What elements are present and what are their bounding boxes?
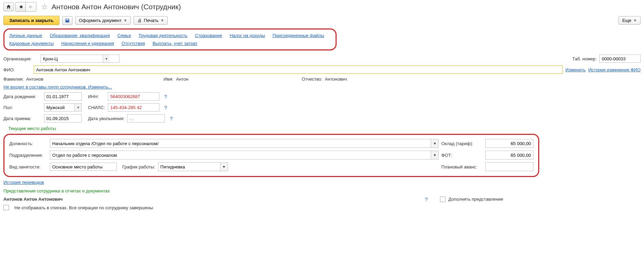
schedule-picker-button[interactable]: ▾ <box>220 163 228 171</box>
fio-row: ФИО: Изменить История изменения ФИО <box>3 64 641 75</box>
name-parts-row: Фамилия: Антонов Имя: Антон Отчество: Ан… <box>3 75 641 83</box>
inn-help-icon[interactable]: ? <box>164 94 167 99</box>
hide-lists-checkbox[interactable] <box>3 205 9 210</box>
schedule-label: График работы: <box>122 164 155 169</box>
more-label: Еще <box>622 18 631 23</box>
link-personal[interactable]: Личные данные <box>9 33 42 38</box>
repr-name-row: Антонов Антон Антонович ? Дополнять пред… <box>3 195 641 203</box>
link-absences[interactable]: Отсутствия <box>122 41 145 46</box>
nav-group <box>15 2 36 12</box>
fio-change-link[interactable]: Изменить <box>565 67 586 72</box>
groups-link[interactable]: Не входит в составы групп сотрудников. И… <box>3 84 112 90</box>
org-picker-button[interactable]: ▾ <box>103 55 110 62</box>
print-button[interactable]: 🖨 Печать ▼ <box>134 16 168 25</box>
more-button[interactable]: Еще ▼ <box>619 16 641 25</box>
fio-history-link[interactable]: История изменения ФИО <box>588 67 641 72</box>
position-input[interactable] <box>50 139 431 148</box>
snils-label: СНИЛС: <box>88 105 105 110</box>
surname-label: Фамилия: <box>3 77 24 82</box>
department-label: Подразделение: <box>9 153 47 158</box>
repr-help-icon[interactable]: ? <box>425 196 428 202</box>
inn-label: ИНН: <box>88 94 105 99</box>
gender-select[interactable]: ▾ <box>44 103 82 111</box>
link-tax[interactable]: Налог на доходы <box>230 33 265 38</box>
hire-input[interactable] <box>44 114 82 122</box>
nav-links-panel: Личные данные Образование, квалификация … <box>3 28 337 50</box>
department-field[interactable]: ▾ <box>50 151 439 160</box>
save-button[interactable] <box>62 16 72 25</box>
org-label: Организация: <box>3 56 38 61</box>
printer-icon: 🖨 <box>137 18 142 23</box>
repr-name: Антонов Антон Антонович <box>3 197 63 202</box>
tab-number-label: Таб. номер: <box>572 56 597 61</box>
nav-links-row-1: Личные данные Образование, квалификация … <box>9 33 331 38</box>
employment-input[interactable] <box>50 163 117 171</box>
salary-input[interactable] <box>485 139 533 148</box>
position-picker-button[interactable]: ▾ <box>431 139 438 148</box>
floppy-icon <box>65 18 70 23</box>
tab-number-input[interactable] <box>599 55 641 63</box>
snils-input[interactable] <box>108 103 159 111</box>
back-button[interactable] <box>15 2 26 11</box>
advance-input[interactable] <box>485 162 533 171</box>
hire-row: Дата приема: Дата увольнения: ? <box>3 113 641 124</box>
fire-help-icon[interactable]: ? <box>170 116 172 121</box>
gender-dropdown-button[interactable]: ▾ <box>75 104 81 111</box>
link-labor[interactable]: Трудовая деятельность <box>138 33 187 38</box>
gender-input[interactable] <box>44 104 75 111</box>
link-payments[interactable]: Выплаты, учет затрат <box>152 41 197 46</box>
advance-label: Плановый аванс: <box>441 164 483 169</box>
fot-label: ФОТ: <box>441 153 483 158</box>
position-field[interactable]: ▾ <box>50 139 439 148</box>
home-button[interactable] <box>3 2 14 11</box>
forward-button[interactable] <box>26 2 36 11</box>
middlename-value: Антонович <box>325 77 347 82</box>
birth-input[interactable] <box>44 92 82 101</box>
top-toolbar: ☆ Антонов Антон Антонович (Сотрудник) <box>3 0 641 14</box>
position-label: Должность: <box>9 141 47 146</box>
fire-input[interactable] <box>127 114 165 122</box>
link-education[interactable]: Образование, квалификация <box>50 33 110 38</box>
job-section-title: Текущее место работы <box>3 124 641 132</box>
surname-value: Антонов <box>26 77 43 82</box>
link-hr-docs[interactable]: Кадровые документы <box>9 41 54 46</box>
save-close-button[interactable]: Записать и закрыть <box>3 16 59 25</box>
favorite-star-icon[interactable]: ☆ <box>41 2 48 11</box>
org-input[interactable] <box>41 55 103 62</box>
fire-label: Дата увольнения: <box>88 116 124 121</box>
fot-input[interactable] <box>485 151 533 160</box>
hire-label: Дата приема: <box>3 116 41 121</box>
action-toolbar: Записать и закрыть Оформить документ ▼ 🖨… <box>3 14 641 27</box>
department-picker-button[interactable]: ▾ <box>431 151 438 159</box>
create-document-label: Оформить документ <box>79 18 122 23</box>
department-input[interactable] <box>50 151 431 159</box>
org-field[interactable]: ▾ <box>41 55 120 63</box>
position-row: Должность: ▾ Оклад (тариф): <box>9 138 533 149</box>
link-insurance[interactable]: Страхование <box>195 33 222 38</box>
caret-down-icon: ▼ <box>633 19 637 22</box>
snils-help-icon[interactable]: ? <box>164 105 167 110</box>
inn-input[interactable] <box>108 92 159 101</box>
arrow-left-icon <box>18 4 23 10</box>
transfers-history-link[interactable]: История переводов <box>3 180 44 185</box>
caret-down-icon: ▼ <box>124 19 127 22</box>
link-files[interactable]: Присоединенные файлы <box>273 33 325 38</box>
link-accruals[interactable]: Начисления и удержания <box>61 41 114 46</box>
groups-row: Не входит в составы групп сотрудников. И… <box>3 83 641 91</box>
page-title: Антонов Антон Антонович (Сотрудник) <box>52 3 181 11</box>
schedule-input[interactable] <box>158 163 220 171</box>
create-document-button[interactable]: Оформить документ ▼ <box>75 16 131 25</box>
firstname-label: Имя: <box>163 77 173 82</box>
birth-row: Дата рождения: ИНН: ? <box>3 91 641 102</box>
transfers-row: История переводов <box>3 178 641 186</box>
fio-input[interactable] <box>34 66 563 74</box>
hide-lists-label: Не отображать в списках. Все операции по… <box>14 205 153 210</box>
employment-label: Вид занятости: <box>9 164 47 169</box>
link-family[interactable]: Семья <box>117 33 131 38</box>
schedule-field[interactable]: ▾ <box>158 162 228 171</box>
supplement-checkbox[interactable] <box>440 197 445 202</box>
supplement-label: Дополнять представление <box>448 197 503 202</box>
repr-section-title: Представление сотрудника в отчетах и док… <box>3 186 641 195</box>
print-label: Печать <box>144 18 159 23</box>
birth-label: Дата рождения: <box>3 94 41 99</box>
